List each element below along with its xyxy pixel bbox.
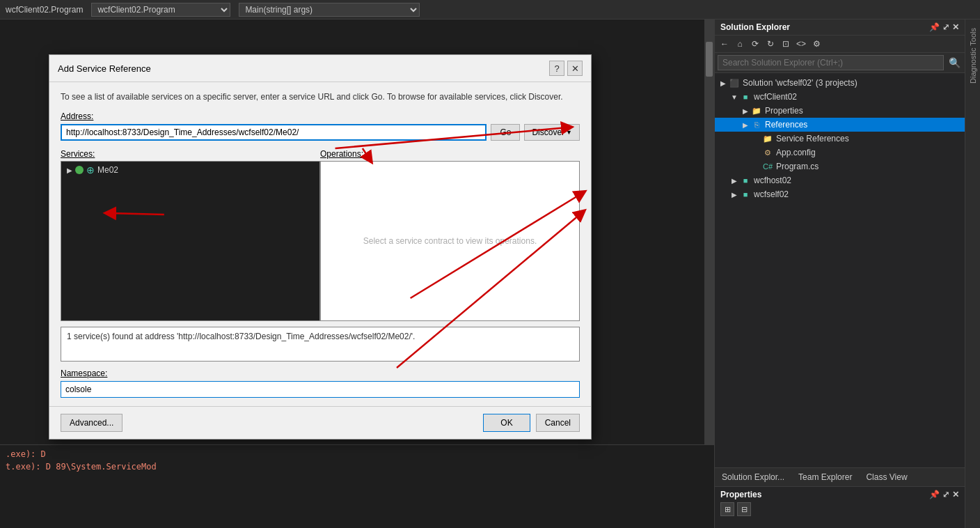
go-button[interactable]: Go <box>491 124 520 141</box>
tree-icon-folder: 📁 <box>751 105 762 116</box>
status-box: 1 service(s) found at address 'http://lo… <box>61 327 580 362</box>
diagnostic-label[interactable]: Diagnostic Tools <box>969 22 977 89</box>
properties-controls: 📌 ⤢ ✕ <box>929 490 959 499</box>
toolbar-home-btn[interactable]: ⌂ <box>733 37 747 51</box>
expand-icon[interactable]: ⤢ <box>942 22 949 32</box>
service-expand-arrow: ▶ <box>67 166 72 174</box>
toolbar-copy-btn[interactable]: ⊡ <box>779 37 793 51</box>
ok-button[interactable]: OK <box>483 414 530 432</box>
tree-label: wcfClient02 <box>754 92 797 102</box>
tree-item-app.config[interactable]: ⚙App.config <box>715 146 965 160</box>
prop-icon-2[interactable]: ⊟ <box>737 502 751 516</box>
search-icon-button[interactable]: 🔍 <box>947 55 962 70</box>
services-ops-row: Services: ▶ ⊕ Me02 Oper <box>61 149 580 321</box>
dialog-description: To see a list of available services on a… <box>61 91 580 103</box>
search-input[interactable] <box>718 55 944 70</box>
dialog-controls: ? ✕ <box>549 61 583 76</box>
tree-root: ▶⬛Solution 'wcfself02' (3 projects)▼■wcf… <box>715 76 965 201</box>
properties-close-icon[interactable]: ✕ <box>952 490 959 499</box>
sidebar-toolbar: ← ⌂ ⟳ ↻ ⊡ <> ⚙ <box>715 36 965 53</box>
dialog-close-button[interactable]: ✕ <box>567 61 583 76</box>
namespace-label: Namespace: <box>61 368 580 378</box>
tab-wcfclient-label: wcfClient02.Program <box>6 5 83 15</box>
tree-arrow-7[interactable]: ▶ <box>729 177 740 185</box>
tree-label: wcfhost02 <box>754 176 791 185</box>
tree-label: wcfself02 <box>754 189 789 199</box>
toolbar-sync-btn[interactable]: ⟳ <box>748 37 762 51</box>
cancel-button[interactable]: Cancel <box>536 414 580 432</box>
solution-tree: ▶⬛Solution 'wcfself02' (3 projects)▼■wcf… <box>715 73 965 467</box>
tree-icon-project: ■ <box>740 175 751 186</box>
dialog-help-button[interactable]: ? <box>549 61 564 76</box>
dialog-body: To see a list of available services on a… <box>49 82 591 406</box>
tree-icon-cs: C# <box>762 161 773 172</box>
tab-wcfclient[interactable]: wcfClient02.Program <box>6 5 83 15</box>
toolbar-settings-btn[interactable]: ⚙ <box>809 37 823 51</box>
service-globe-icon: ⊕ <box>86 164 95 176</box>
discover-button[interactable]: Discover ▼ <box>524 124 580 141</box>
services-list[interactable]: ▶ ⊕ Me02 <box>61 161 320 321</box>
tree-arrow-0[interactable]: ▶ <box>718 79 729 87</box>
prop-icon-1[interactable]: ⊞ <box>720 502 734 516</box>
tree-icon-ref: ⎘ <box>751 119 762 130</box>
tree-item-wcfclient02[interactable]: ▼■wcfClient02 <box>715 90 965 104</box>
dialog-titlebar: Add Service Reference ? ✕ <box>49 55 591 82</box>
tree-label: References <box>765 120 807 130</box>
properties-expand-icon[interactable]: ⤢ <box>942 490 949 499</box>
address-input[interactable] <box>61 124 487 141</box>
tree-item-wcfself02[interactable]: ▶■wcfself02 <box>715 187 965 201</box>
tab-team-explorer[interactable]: Team Explorer <box>791 469 859 485</box>
tree-item-service-references[interactable]: 📁Service References <box>715 132 965 146</box>
properties-header: Properties 📌 ⤢ ✕ <box>720 490 959 499</box>
main-layout: .exe): D t.exe): D 89\System.ServiceMod … <box>0 20 980 528</box>
advanced-button[interactable]: Advanced... <box>61 414 122 432</box>
tree-icon-project: ■ <box>740 189 751 200</box>
status-text: 1 service(s) found at address 'http://lo… <box>67 332 415 341</box>
tree-arrow-8[interactable]: ▶ <box>729 191 740 199</box>
tree-arrow-1[interactable]: ▼ <box>729 93 740 101</box>
namespace-input[interactable] <box>61 381 580 398</box>
tree-label: Solution 'wcfself02' (3 projects) <box>743 78 858 88</box>
solution-explorer-title: Solution Explorer <box>720 22 790 32</box>
toolbar-view-btn[interactable]: <> <box>794 37 808 51</box>
toolbar-back-btn[interactable]: ← <box>718 37 732 51</box>
tab-class-view[interactable]: Class View <box>859 469 914 485</box>
tree-label: Service References <box>776 134 849 143</box>
footer-right: OK Cancel <box>483 414 580 432</box>
properties-panel: Properties 📌 ⤢ ✕ ⊞ ⊟ <box>715 486 965 528</box>
solution-explorer-panel: Solution Explorer 📌 ⤢ ✕ ← ⌂ ⟳ ↻ ⊡ <> ⚙ 🔍… <box>714 20 965 528</box>
sidebar-bottom-tabs: Solution Explor... Team Explorer Class V… <box>715 467 965 486</box>
properties-pin-icon[interactable]: 📌 <box>929 490 940 499</box>
diagnostic-strip: Diagnostic Tools <box>965 20 980 528</box>
add-service-reference-dialog: Add Service Reference ? ✕ To see a list … <box>49 54 592 440</box>
center-area: .exe): D t.exe): D 89\System.ServiceMod … <box>0 20 714 528</box>
dialog-title: Add Service Reference <box>58 63 151 74</box>
tree-label: Properties <box>765 106 803 116</box>
properties-title: Properties <box>720 490 761 499</box>
method-dropdown[interactable]: Main(string[] args) <box>239 3 420 17</box>
tree-item-properties[interactable]: ▶📁Properties <box>715 104 965 118</box>
tree-item-program.cs[interactable]: C#Program.cs <box>715 160 965 173</box>
close-icon[interactable]: ✕ <box>952 22 959 32</box>
toolbar-refresh-btn[interactable]: ↻ <box>764 37 777 51</box>
tree-icon-project: ■ <box>740 91 751 102</box>
tree-label: App.config <box>776 148 816 157</box>
operations-list[interactable]: Select a service contract to view its op… <box>320 161 580 321</box>
search-box-container: 🔍 <box>715 53 965 73</box>
properties-toolbar: ⊞ ⊟ <box>720 502 959 516</box>
tree-arrow-3[interactable]: ▶ <box>740 121 751 129</box>
tab-solution-explorer[interactable]: Solution Explor... <box>715 469 791 485</box>
discover-label: Discover <box>532 127 564 137</box>
services-label: Services: <box>61 149 320 159</box>
context-dropdown[interactable]: wcfClient02.Program <box>91 3 230 17</box>
operations-placeholder: Select a service contract to view its op… <box>363 236 537 246</box>
tree-arrow-2[interactable]: ▶ <box>740 107 751 115</box>
service-item-me02[interactable]: ▶ ⊕ Me02 <box>61 162 319 178</box>
tree-item-wcfhost02[interactable]: ▶■wcfhost02 <box>715 173 965 187</box>
service-status-icon <box>75 166 84 174</box>
tree-item-references[interactable]: ▶⎘References <box>715 118 965 132</box>
tree-icon-solution: ⬛ <box>729 77 740 88</box>
operations-label: Operations: <box>320 149 580 159</box>
pin-icon[interactable]: 📌 <box>929 22 940 32</box>
tree-item-solution-'wcfself02'-(3-projects)[interactable]: ▶⬛Solution 'wcfself02' (3 projects) <box>715 76 965 90</box>
